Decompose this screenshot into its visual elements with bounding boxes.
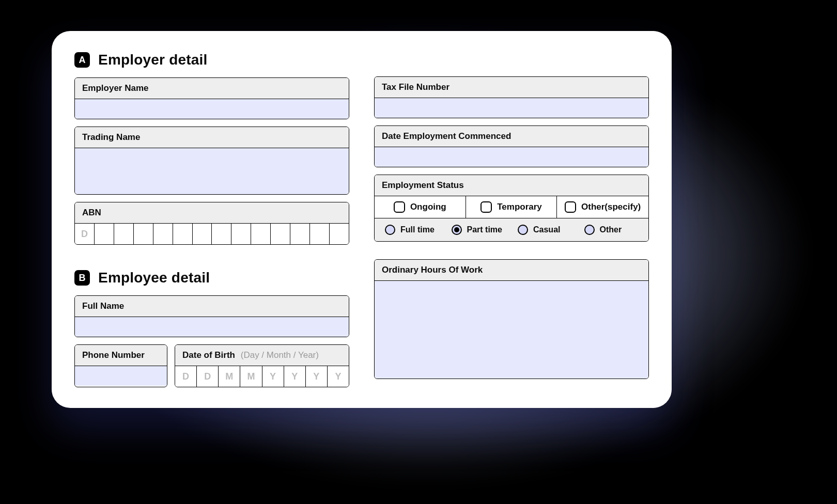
dob-cell[interactable]: Y	[306, 366, 328, 387]
abn-cell[interactable]	[231, 224, 251, 244]
ordinary-hours-label: Ordinary Hours Of Work	[375, 260, 648, 280]
radio-casual-label: Casual	[533, 225, 560, 234]
phone-label: Phone Number	[75, 345, 167, 366]
abn-cells: D	[75, 223, 349, 244]
employment-status-field: Employment Status Ongoing Temporary O	[374, 175, 649, 242]
date-commenced-input[interactable]	[375, 147, 648, 167]
dob-field: Date of Birth (Day / Month / Year) D D M…	[175, 344, 349, 387]
check-temporary-label: Temporary	[497, 202, 542, 212]
date-commenced-field: Date Employment Commenced	[374, 125, 649, 167]
abn-cell[interactable]	[114, 224, 134, 244]
full-name-input[interactable]	[75, 317, 349, 337]
radio-other[interactable]: Other	[578, 225, 645, 235]
dob-hint: (Day / Month / Year)	[241, 350, 319, 360]
dob-cells: D D M M Y Y Y Y	[175, 366, 349, 387]
abn-cell[interactable]	[251, 224, 271, 244]
ordinary-hours-input[interactable]	[375, 280, 648, 379]
abn-cell[interactable]	[271, 224, 290, 244]
abn-cell[interactable]	[290, 224, 310, 244]
phone-field: Phone Number	[74, 344, 167, 387]
checkbox-icon	[565, 201, 576, 213]
abn-cell[interactable]	[310, 224, 330, 244]
employer-name-input[interactable]	[75, 99, 349, 119]
section-badge-a: A	[74, 52, 90, 68]
dob-cell[interactable]: M	[219, 366, 240, 387]
check-ongoing-label: Ongoing	[410, 202, 446, 212]
abn-cell[interactable]	[212, 224, 231, 244]
radio-icon	[584, 225, 595, 235]
section-heading-a: Employer detail	[98, 52, 208, 68]
abn-label: ABN	[75, 202, 349, 223]
checkbox-icon	[394, 201, 405, 213]
employment-status-label: Employment Status	[375, 175, 648, 196]
ordinary-hours-field: Ordinary Hours Of Work	[374, 259, 649, 379]
section-b-title: B Employee detail	[74, 270, 349, 286]
dob-label: Date of Birth (Day / Month / Year)	[175, 345, 349, 366]
abn-cell-0[interactable]: D	[75, 224, 95, 244]
abn-cell[interactable]	[95, 224, 114, 244]
trading-name-label: Trading Name	[75, 127, 349, 148]
dob-cell[interactable]: M	[240, 366, 262, 387]
dob-cell[interactable]: Y	[284, 366, 306, 387]
abn-cell[interactable]	[173, 224, 193, 244]
radio-icon	[518, 225, 528, 235]
trading-name-input[interactable]	[75, 148, 349, 194]
dob-cell[interactable]: D	[197, 366, 219, 387]
radio-other-label: Other	[600, 225, 622, 234]
check-temporary[interactable]: Temporary	[466, 196, 557, 218]
form-card: A Employer detail Employer Name Trading …	[52, 31, 672, 408]
date-commenced-label: Date Employment Commenced	[375, 126, 648, 147]
radio-icon	[452, 225, 462, 235]
abn-cell[interactable]	[134, 224, 153, 244]
checkbox-icon	[481, 201, 492, 213]
employment-status-check-row: Ongoing Temporary Other(specify)	[375, 196, 648, 218]
radio-part-time-label: Part time	[467, 225, 502, 234]
full-name-field: Full Name	[74, 295, 349, 337]
full-name-label: Full Name	[75, 296, 349, 317]
abn-cell[interactable]	[193, 224, 212, 244]
tax-file-number-field: Tax File Number	[374, 76, 649, 118]
employer-name-field: Employer Name	[74, 77, 349, 119]
abn-cell[interactable]	[330, 224, 349, 244]
dob-cell[interactable]: Y	[328, 366, 349, 387]
check-other[interactable]: Other(specify)	[557, 196, 648, 218]
employment-status-radio-row: Full time Part time Casual Other	[375, 218, 648, 241]
abn-field: ABN D	[74, 202, 349, 245]
dob-cell[interactable]: D	[175, 366, 197, 387]
radio-casual[interactable]: Casual	[512, 225, 578, 235]
radio-full-time[interactable]: Full time	[379, 225, 445, 235]
trading-name-field: Trading Name	[74, 127, 349, 195]
employer-name-label: Employer Name	[75, 78, 349, 99]
phone-input[interactable]	[75, 366, 167, 386]
radio-part-time[interactable]: Part time	[445, 225, 512, 235]
radio-full-time-label: Full time	[400, 225, 435, 234]
radio-icon	[385, 225, 395, 235]
section-heading-b: Employee detail	[98, 270, 210, 286]
abn-cell[interactable]	[153, 224, 173, 244]
tax-file-number-input[interactable]	[375, 98, 648, 118]
check-other-label: Other(specify)	[581, 202, 641, 212]
tax-file-number-label: Tax File Number	[375, 77, 648, 98]
dob-label-text: Date of Birth	[182, 350, 235, 360]
check-ongoing[interactable]: Ongoing	[375, 196, 466, 218]
dob-cell[interactable]: Y	[262, 366, 284, 387]
section-badge-b: B	[74, 270, 90, 286]
section-a-title: A Employer detail	[74, 52, 349, 68]
